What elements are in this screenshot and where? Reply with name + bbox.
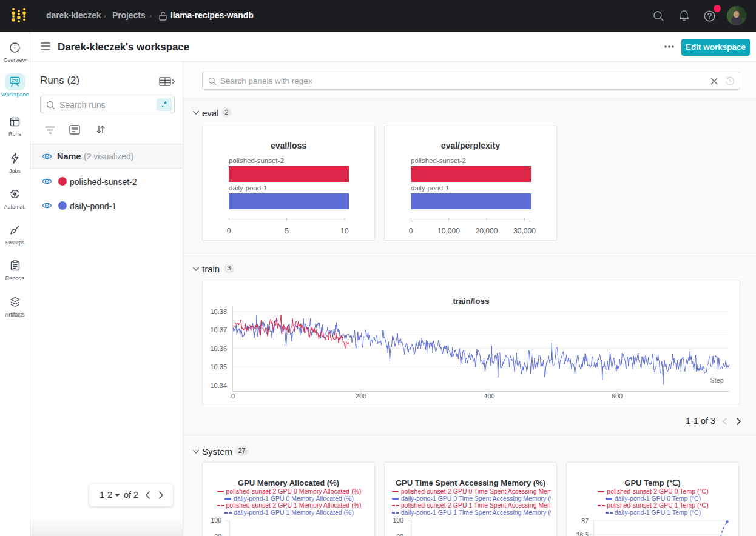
svg-text:10.35: 10.35 xyxy=(210,363,227,370)
svg-text:10.38: 10.38 xyxy=(210,308,227,315)
svg-text:100: 100 xyxy=(211,517,221,524)
svg-text:90: 90 xyxy=(214,533,221,536)
svg-text:100: 100 xyxy=(393,517,403,524)
svg-text:10.36: 10.36 xyxy=(210,345,227,352)
svg-text:10.37: 10.37 xyxy=(210,326,227,333)
svg-text:36.5: 36.5 xyxy=(576,531,589,536)
svg-text:Step: Step xyxy=(710,377,724,384)
svg-text:37: 37 xyxy=(581,517,589,524)
svg-text:0: 0 xyxy=(231,392,235,400)
svg-text:10.34: 10.34 xyxy=(210,382,227,389)
svg-text:90: 90 xyxy=(396,533,403,536)
